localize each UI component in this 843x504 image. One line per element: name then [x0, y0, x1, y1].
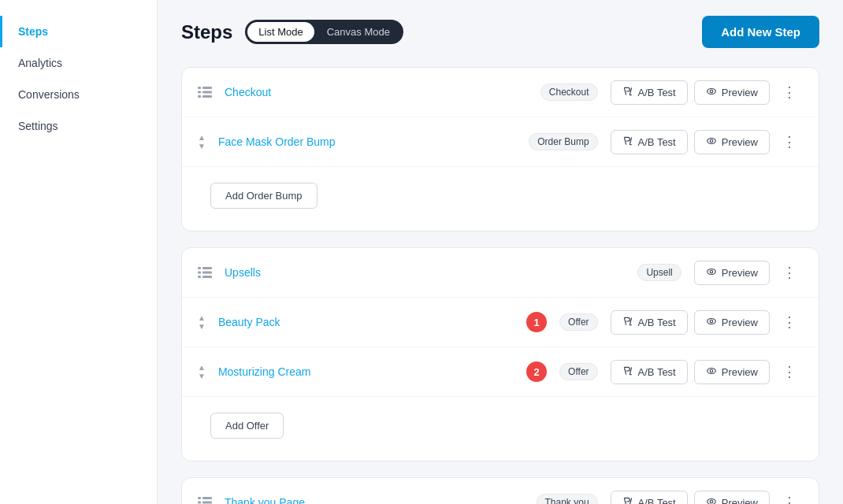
- sidebar-item-conversions[interactable]: Conversions: [0, 79, 157, 110]
- beautypack-ab-test-button[interactable]: A/B Test: [611, 310, 688, 335]
- svg-rect-3: [202, 91, 212, 94]
- facemask-row-name[interactable]: Face Mask Order Bump: [218, 135, 516, 148]
- svg-point-29: [710, 500, 713, 503]
- sidebar-item-analytics[interactable]: Analytics: [0, 47, 157, 79]
- svg-rect-5: [202, 95, 212, 98]
- header-left: Steps List Mode Canvas Mode: [181, 20, 403, 44]
- svg-point-20: [707, 368, 716, 373]
- beautypack-more-button[interactable]: ⋮: [776, 309, 803, 335]
- svg-rect-1: [202, 87, 212, 89]
- svg-point-7: [710, 90, 713, 93]
- svg-point-17: [710, 270, 713, 273]
- list-icon: [198, 497, 212, 504]
- table-row: Upsells Upsell Preview ⋮: [182, 248, 819, 298]
- table-row: ▲ ▼ Mosturizing Cream 2 Offer A/B Test P…: [182, 347, 819, 397]
- svg-point-16: [707, 269, 716, 274]
- moisturizing-number-badge: 2: [526, 361, 547, 382]
- checkout-preview-button[interactable]: Preview: [694, 80, 770, 105]
- beautypack-preview-button[interactable]: Preview: [694, 310, 770, 335]
- facemask-more-button[interactable]: ⋮: [776, 128, 803, 155]
- ab-icon: [622, 496, 633, 505]
- svg-point-8: [707, 138, 716, 143]
- moisturizing-row-name[interactable]: Mosturizing Cream: [218, 365, 514, 378]
- canvas-mode-button[interactable]: Canvas Mode: [316, 22, 401, 42]
- ab-icon: [622, 316, 633, 329]
- beautypack-row-name[interactable]: Beauty Pack: [218, 316, 514, 328]
- svg-rect-25: [202, 502, 212, 504]
- facemask-badge: Order Bump: [529, 133, 597, 150]
- svg-rect-11: [202, 267, 212, 269]
- thankyou-actions: A/B Test Preview ⋮: [611, 489, 803, 504]
- mode-toggle: List Mode Canvas Mode: [245, 20, 403, 44]
- checkout-badge: Checkout: [540, 83, 598, 101]
- moisturizing-more-button[interactable]: ⋮: [776, 358, 803, 385]
- thankyou-ab-test-button[interactable]: A/B Test: [611, 491, 688, 505]
- checkout-more-button[interactable]: ⋮: [776, 79, 803, 106]
- svg-rect-13: [202, 272, 212, 274]
- facemask-actions: A/B Test Preview ⋮: [611, 128, 803, 155]
- facemask-ab-test-button[interactable]: A/B Test: [611, 130, 688, 154]
- checkout-card: Checkout Checkout A/B Test Preview ⋮: [181, 67, 819, 232]
- drag-updown-icon[interactable]: ▲ ▼: [198, 313, 206, 331]
- checkout-ab-test-button[interactable]: A/B Test: [611, 80, 688, 105]
- sidebar-item-steps[interactable]: Steps: [0, 16, 157, 47]
- add-offer-button[interactable]: Add Offer: [210, 413, 284, 439]
- svg-point-18: [707, 318, 716, 324]
- facemask-preview-button[interactable]: Preview: [694, 130, 770, 154]
- svg-point-21: [710, 369, 713, 372]
- upsells-badge: Upsell: [637, 264, 681, 281]
- drag-updown-icon[interactable]: ▲ ▼: [198, 363, 206, 380]
- thankyou-row-name[interactable]: Thank you Page: [225, 496, 524, 504]
- eye-icon: [706, 135, 717, 149]
- moisturizing-preview-button[interactable]: Preview: [694, 360, 770, 384]
- moisturizing-badge: Offer: [559, 363, 597, 380]
- eye-icon: [706, 266, 717, 280]
- svg-point-9: [710, 139, 713, 143]
- table-row: Checkout Checkout A/B Test Preview ⋮: [182, 68, 819, 117]
- svg-point-19: [710, 320, 713, 323]
- drag-updown-icon[interactable]: ▲ ▼: [198, 133, 206, 150]
- svg-point-28: [707, 498, 716, 504]
- upsells-row-name[interactable]: Upsells: [225, 266, 625, 279]
- upsells-actions: Preview ⋮: [694, 259, 803, 286]
- svg-rect-23: [202, 497, 212, 499]
- ab-icon: [622, 135, 633, 149]
- svg-rect-12: [198, 272, 201, 274]
- eye-icon: [706, 496, 717, 505]
- moisturizing-ab-test-button[interactable]: A/B Test: [611, 360, 688, 384]
- main-content: Steps List Mode Canvas Mode Add New Step: [158, 0, 843, 504]
- ab-icon: [622, 86, 633, 99]
- beautypack-actions: A/B Test Preview ⋮: [611, 309, 803, 335]
- svg-rect-4: [198, 95, 201, 98]
- moisturizing-actions: A/B Test Preview ⋮: [611, 358, 803, 385]
- eye-icon: [706, 365, 717, 379]
- svg-rect-22: [198, 497, 201, 499]
- upsells-preview-button[interactable]: Preview: [694, 261, 770, 285]
- page-title: Steps: [181, 21, 232, 43]
- beautypack-number-badge: 1: [526, 312, 547, 332]
- beautypack-badge: Offer: [559, 313, 597, 331]
- thankyou-preview-button[interactable]: Preview: [694, 491, 770, 505]
- table-row: ▲ ▼ Beauty Pack 1 Offer A/B Test Preview: [182, 298, 819, 347]
- svg-rect-10: [198, 267, 201, 269]
- add-new-step-button[interactable]: Add New Step: [702, 16, 819, 48]
- sidebar: Steps Analytics Conversions Settings: [0, 0, 158, 504]
- svg-point-6: [707, 88, 716, 94]
- checkout-row-name[interactable]: Checkout: [225, 86, 528, 98]
- svg-rect-0: [198, 87, 201, 89]
- thankyou-more-button[interactable]: ⋮: [776, 489, 803, 504]
- svg-rect-24: [198, 502, 201, 504]
- list-icon: [198, 267, 212, 278]
- add-order-bump-button[interactable]: Add Order Bump: [210, 183, 318, 209]
- list-icon: [198, 87, 212, 98]
- sidebar-item-settings[interactable]: Settings: [0, 110, 157, 142]
- ab-icon: [622, 365, 633, 379]
- eye-icon: [706, 86, 717, 99]
- upsells-more-button[interactable]: ⋮: [776, 259, 803, 286]
- svg-rect-14: [198, 276, 201, 278]
- list-mode-button[interactable]: List Mode: [247, 22, 314, 42]
- thankyou-card: Thank you Page Thank you A/B Test Previe…: [181, 477, 819, 504]
- thankyou-badge: Thank you: [537, 494, 598, 504]
- checkout-actions: A/B Test Preview ⋮: [611, 79, 803, 106]
- upsells-card: Upsells Upsell Preview ⋮ ▲ ▼ Beauty Pack…: [181, 247, 819, 461]
